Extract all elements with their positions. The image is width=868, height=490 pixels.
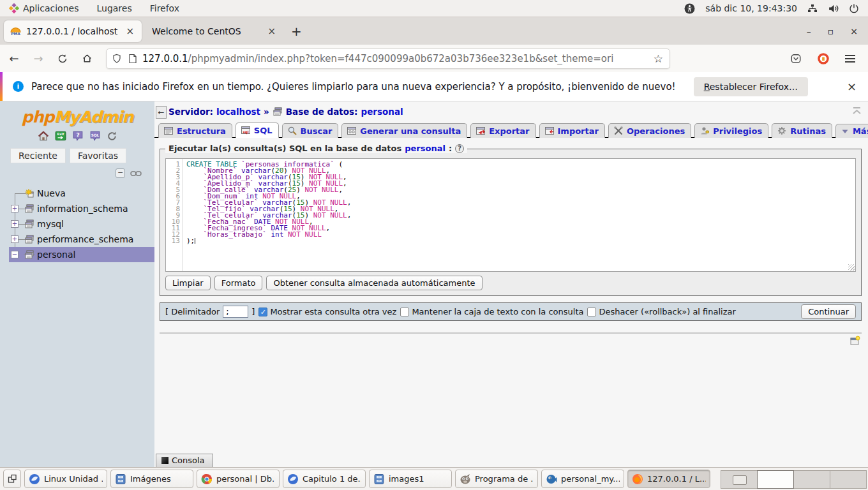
search-icon <box>287 126 297 136</box>
browser-tab-centos[interactable]: Welcome to CentOS × <box>146 20 283 42</box>
refresh-icon[interactable] <box>107 131 117 142</box>
forward-button[interactable]: → <box>28 48 49 69</box>
recent-tables-select[interactable]: Reciente <box>10 148 66 163</box>
workspace-4[interactable] <box>830 470 867 489</box>
tree-expander[interactable]: + <box>11 205 19 212</box>
logout-icon[interactable]: Exit <box>55 130 66 142</box>
page-info-icon[interactable] <box>128 54 137 64</box>
limpiar-button[interactable]: Limpiar <box>165 276 211 290</box>
text-caret <box>195 238 195 244</box>
extension-icon[interactable] <box>817 52 830 65</box>
scroll-to-top-icon[interactable] <box>852 107 862 115</box>
checkbox[interactable] <box>400 308 409 316</box>
console-toggle[interactable]: Consola <box>156 454 213 467</box>
new-window-icon[interactable] <box>849 336 860 346</box>
tab-title: Welcome to CentOS <box>152 26 261 36</box>
hide-navigation-button[interactable]: ← <box>156 106 167 119</box>
window-maximize-button[interactable]: ▫ <box>828 26 834 36</box>
home-icon[interactable] <box>38 130 49 142</box>
tab-operaciones[interactable]: Operaciones <box>608 123 691 138</box>
server-link[interactable]: localhost <box>216 107 260 117</box>
delimiter-input[interactable] <box>223 306 248 318</box>
power-icon[interactable] <box>849 3 859 13</box>
tree-expander[interactable]: + <box>11 235 19 243</box>
menu-hamburger-icon[interactable] <box>845 55 855 63</box>
volume-icon[interactable] <box>828 3 839 14</box>
window-close-button[interactable]: × <box>850 26 858 36</box>
option-mostrar[interactable]: ✓ Mostrar esta consulta otra vez <box>258 307 396 316</box>
option-mantener[interactable]: Mantener la caja de texto con la consult… <box>400 307 583 316</box>
tab-estructura[interactable]: Estructura <box>158 123 232 138</box>
tab-privilegios[interactable]: Privilegios <box>694 123 768 138</box>
continue-button[interactable]: Continuar <box>801 304 856 319</box>
network-icon[interactable] <box>807 3 818 13</box>
link-icon[interactable] <box>130 170 142 177</box>
phpmyadmin-logo[interactable]: phpMyAdmin <box>0 101 154 126</box>
taskbar-window-images1[interactable]: images1 <box>369 470 452 488</box>
taskbar-window-linux-unidad-[interactable]: Linux Unidad ... <box>24 470 107 488</box>
tree-item-performance_schema[interactable]: + performance_schema <box>0 232 154 247</box>
tree-item-information_schema[interactable]: + information_schema <box>0 201 154 216</box>
tab-close-icon[interactable]: × <box>266 26 277 37</box>
new-tab-button[interactable]: + <box>283 24 310 39</box>
workspace-3[interactable] <box>793 470 830 489</box>
back-button[interactable]: ← <box>4 48 24 69</box>
tab-sql[interactable]: sqlSQL <box>236 122 279 138</box>
taskbar-window-im-genes[interactable]: Imágenes <box>110 470 193 488</box>
sql-editor[interactable]: 12345678910111213 CREATE TABLE `personas… <box>165 158 856 272</box>
tab-exportar[interactable]: Exportar <box>470 123 535 138</box>
bookmark-star-icon[interactable]: ☆ <box>652 52 664 65</box>
tab-close-icon[interactable]: × <box>124 26 135 37</box>
section-divider <box>160 332 862 334</box>
browser-tab-phpmyadmin[interactable]: PMA 127.0.0.1 / localhost / × <box>4 20 142 42</box>
tree-expander[interactable]: + <box>11 220 19 228</box>
notification-close-icon[interactable]: × <box>847 80 857 93</box>
window-minimize-button[interactable]: – <box>807 26 811 36</box>
checkbox[interactable]: ✓ <box>258 308 267 316</box>
tab-más[interactable]: Más <box>835 124 868 138</box>
applications-menu[interactable]: Aplicaciones <box>0 0 87 17</box>
sql-window-icon[interactable]: SQL <box>89 130 101 142</box>
taskbar-window-capitulo-1-de-[interactable]: Capitulo 1 de... <box>283 470 366 488</box>
help-icon[interactable]: ? <box>72 130 84 142</box>
tab-rutinas[interactable]: Rutinas <box>772 123 832 138</box>
shield-icon[interactable] <box>112 54 122 64</box>
reload-button[interactable] <box>52 48 73 69</box>
pocket-icon[interactable] <box>790 53 802 64</box>
tree-item-personal[interactable]: − personal <box>9 247 154 262</box>
workspace-2[interactable] <box>757 470 794 489</box>
places-menu[interactable]: Lugares <box>87 0 140 17</box>
option-deshacer[interactable]: Deshacer («rollback») al finalizar <box>587 307 735 316</box>
pma-main: ← Servidor: localhost » Base de datos: p… <box>154 101 868 467</box>
workspace-1[interactable] <box>721 470 758 489</box>
taskbar-window-programa-de-[interactable]: Programa de ... <box>455 470 538 488</box>
firefox-menu[interactable]: Firefox <box>141 0 188 17</box>
show-desktop-button[interactable] <box>3 470 21 488</box>
tab-buscar[interactable]: Buscar <box>282 123 339 138</box>
url-bar[interactable]: 127.0.0.1/phpmyadmin/index.php?token=f44… <box>106 48 670 69</box>
taskbar-window-127-0-0-1-l-[interactable]: 127.0.0.1 / L... <box>627 470 710 488</box>
info-icon: i <box>13 81 24 92</box>
accessibility-icon[interactable] <box>684 3 695 14</box>
tree-expander[interactable]: − <box>11 251 19 258</box>
db-link[interactable]: personal <box>405 144 445 153</box>
editor-resize-handle[interactable] <box>848 264 855 271</box>
database-icon <box>24 219 34 229</box>
taskbar-window-personal-my-[interactable]: personal_my... <box>541 470 624 488</box>
home-button[interactable] <box>77 48 97 69</box>
taskbar-window-personal-db-[interactable]: personal | Db... <box>197 470 280 488</box>
tree-item-mysql[interactable]: + mysql <box>0 216 154 232</box>
formato-button[interactable]: Formato <box>214 276 263 290</box>
tree-item-Nueva[interactable]: Nueva <box>0 186 154 201</box>
help-icon[interactable]: ? <box>455 144 464 153</box>
obtener-button[interactable]: Obtener consulta almacenada automáticame… <box>266 276 482 290</box>
clock[interactable]: sáb dic 10, 19:43:30 <box>705 3 797 13</box>
collapse-all-icon[interactable]: − <box>116 168 125 178</box>
tab-importar[interactable]: Importar <box>539 123 605 138</box>
checkbox[interactable] <box>587 308 596 316</box>
tab-generar-una-consulta[interactable]: Generar una consulta <box>341 123 467 138</box>
favorite-tables-select[interactable]: Favoritas <box>70 148 126 163</box>
reset-firefox-button[interactable]: Restablecer Firefox… <box>694 77 808 96</box>
editor-code[interactable]: CREATE TABLE `personas_informatica` ( `N… <box>183 159 351 271</box>
db-link[interactable]: personal <box>361 107 403 117</box>
